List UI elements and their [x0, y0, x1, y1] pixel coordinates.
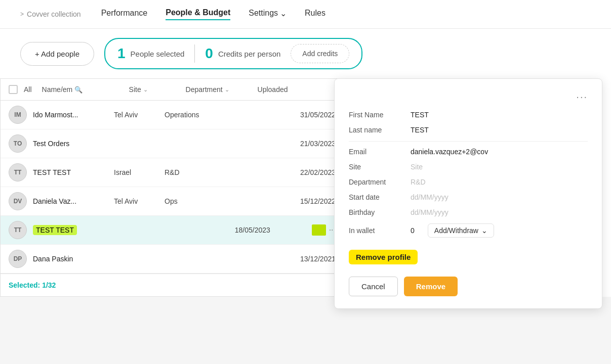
credits-label: Credits per person: [218, 50, 280, 58]
table-container: All Name/em 🔍 Site ⌄ Department ⌄ Upload…: [0, 78, 344, 297]
tab-settings[interactable]: Settings ⌄: [249, 9, 287, 20]
tab-people-budget[interactable]: People & Budget: [166, 8, 230, 20]
lastname-label: Last name: [349, 126, 404, 134]
flag-icon: [312, 224, 326, 236]
table-row[interactable]: TO Test Orders 21/03/2023: [1, 129, 344, 158]
row-actions: ···: [312, 224, 336, 236]
row-name: TEST TEST: [33, 168, 108, 176]
remove-profile-label[interactable]: Remove profile: [349, 250, 418, 264]
breadcrumb: > Covver collection: [20, 10, 81, 18]
site-value[interactable]: Site: [411, 163, 423, 171]
avatar: DP: [9, 250, 27, 268]
col-all-label: All: [24, 85, 32, 94]
panel-field-email: Email daniela.vazquez+2@cov: [349, 148, 588, 156]
tab-rules[interactable]: Rules: [305, 9, 325, 20]
panel-field-lastname: Last name TEST: [349, 126, 588, 134]
add-withdraw-chevron-icon: ⌄: [481, 226, 487, 235]
search-icon: 🔍: [74, 86, 83, 94]
site-chevron-icon: ⌄: [143, 86, 148, 93]
email-value[interactable]: daniela.vazquez+2@cov: [411, 148, 488, 156]
col-name-header[interactable]: Name/em 🔍: [42, 85, 123, 94]
panel-field-birthday: Birthday dd/MM/yyyy: [349, 208, 588, 216]
panel-field-department: Department R&D: [349, 178, 588, 186]
cancel-button[interactable]: Cancel: [349, 277, 398, 296]
selected-count-label: Selected: 1/32: [9, 281, 56, 289]
remove-button[interactable]: Remove: [404, 277, 458, 296]
toolbar: + Add people 1 People selected 0 Credits…: [0, 29, 611, 78]
row-dept: R&D: [165, 168, 224, 176]
avatar: TO: [9, 134, 27, 153]
counter-divider: [194, 44, 195, 63]
lastname-value[interactable]: TEST: [411, 126, 429, 134]
avatar: TT: [9, 221, 27, 239]
col-upload-header: Uploaded: [258, 85, 313, 94]
panel-header: ···: [349, 91, 588, 103]
site-label: Site: [349, 163, 404, 171]
col-dept-header[interactable]: Department ⌄: [186, 85, 252, 94]
people-label: People selected: [131, 50, 185, 58]
nav-tabs: Performance People & Budget Settings ⌄ R…: [101, 8, 325, 20]
panel-field-startdate: Start date dd/MM/yyyy: [349, 193, 588, 201]
remove-profile-highlight: Remove profile: [349, 245, 588, 272]
birthday-label: Birthday: [349, 208, 404, 216]
col-site-header[interactable]: Site ⌄: [129, 85, 180, 94]
table-row[interactable]: TT TEST TEST Israel R&D 22/02/2023: [1, 158, 344, 187]
table-row[interactable]: DV Daniela Vaz... Tel Aviv Ops 15/12/202…: [1, 187, 344, 216]
avatar: TT: [9, 163, 27, 181]
panel-field-site: Site Site: [349, 163, 588, 171]
table-row[interactable]: DP Dana Paskin 13/12/2021: [1, 245, 344, 274]
people-counter-section: 1 People selected: [117, 47, 184, 61]
table-row[interactable]: IM Ido Marmost... Tel Aviv Operations 31…: [1, 101, 344, 129]
row-name-highlight: TEST TEST: [33, 225, 77, 235]
row-date: 13/12/2021: [300, 255, 336, 263]
tab-performance[interactable]: Performance: [101, 9, 148, 20]
row-site: Tel Aviv: [114, 111, 158, 119]
row-date: 21/03/2023: [300, 140, 336, 148]
row-site: Tel Aviv: [114, 197, 158, 205]
people-counter-wrapper: 1 People selected 0 Credits per person A…: [104, 38, 362, 69]
panel-field-wallet: In wallet 0 Add/Withdraw ⌄: [349, 223, 588, 238]
wallet-label: In wallet: [349, 226, 404, 235]
add-credits-button[interactable]: Add credits: [291, 44, 349, 63]
row-date: 15/12/2022: [300, 197, 336, 205]
panel-divider: [349, 141, 588, 142]
table-footer: Selected: 1/32: [1, 274, 344, 296]
startdate-label: Start date: [349, 193, 404, 201]
row-name: Daniela Vaz...: [33, 197, 108, 205]
row-name: Dana Paskin: [33, 255, 108, 263]
add-people-button[interactable]: + Add people: [20, 42, 94, 66]
avatar: DV: [9, 192, 27, 210]
birthday-value[interactable]: dd/MM/yyyy: [411, 208, 449, 216]
row-date: 31/05/2022: [300, 111, 336, 119]
startdate-value[interactable]: dd/MM/yyyy: [411, 193, 449, 201]
breadcrumb-label[interactable]: Covver collection: [27, 10, 81, 18]
people-count: 1: [117, 47, 126, 61]
row-date: 22/02/2023: [300, 168, 336, 176]
firstname-label: First Name: [349, 111, 404, 119]
panel-field-firstname: First Name TEST: [349, 111, 588, 119]
wallet-row: 0 Add/Withdraw ⌄: [411, 223, 494, 238]
settings-chevron-icon: ⌄: [280, 9, 287, 18]
dept-chevron-icon: ⌄: [225, 86, 229, 93]
wallet-value: 0: [411, 226, 415, 235]
select-all-checkbox[interactable]: [9, 85, 18, 94]
main-content: All Name/em 🔍 Site ⌄ Department ⌄ Upload…: [0, 78, 611, 297]
breadcrumb-chevron: >: [20, 11, 24, 18]
row-dept: Operations: [165, 111, 224, 119]
credits-count: 0: [205, 47, 213, 61]
row-site: Israel: [114, 168, 158, 176]
department-value[interactable]: R&D: [411, 178, 426, 186]
row-dept: Ops: [165, 197, 224, 205]
credits-counter-section: 0 Credits per person: [205, 47, 280, 61]
firstname-value[interactable]: TEST: [411, 111, 429, 119]
panel-menu-button[interactable]: ···: [576, 91, 588, 103]
row-name: Ido Marmost...: [33, 111, 108, 119]
department-label: Department: [349, 178, 404, 186]
avatar: IM: [9, 106, 27, 124]
add-withdraw-button[interactable]: Add/Withdraw ⌄: [428, 223, 494, 238]
row-date: 18/05/2023: [235, 226, 270, 234]
side-panel: ··· First Name TEST Last name TEST Email…: [334, 78, 602, 309]
panel-actions: Cancel Remove: [349, 277, 588, 296]
top-nav: > Covver collection Performance People &…: [0, 0, 611, 29]
table-row-selected[interactable]: TT TEST TEST 18/05/2023 ···: [1, 216, 344, 245]
